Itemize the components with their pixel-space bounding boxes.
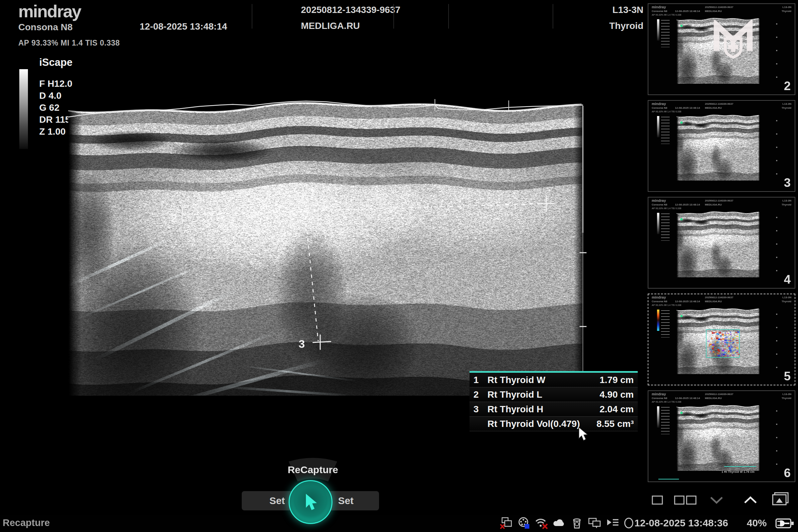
imaging-parameters: F H12.0D 4.0G 62DR 115Z 1.00 [39,78,73,138]
header-divider [393,4,394,28]
thumb-facility-text: MEDLIGA.RU [705,107,722,109]
thumb-probe-text: L13-3N [782,102,791,106]
measurement-value: 1.79 cm [581,375,638,385]
circle-marker-icon [623,517,636,530]
measurement-name: Rt Thyroid W [488,375,581,385]
active-function-label: Recapture [3,517,50,528]
clip-thumbnail-rail: mindray Consona N8 12-08-2025 13:48:14 2… [648,3,795,487]
battery-ac-icon [775,516,795,531]
probe-name: L13-3N [565,5,643,15]
ultrasound-image[interactable] [68,99,584,396]
machine-model: Consona N8 [18,22,73,33]
thumb-depth-tick [776,23,777,25]
imaging-parameter: D 4.0 [39,90,73,102]
thumb-acoustic-text: AP 93.33% MI 1.4 TIS 0.338 [652,110,681,113]
task-queue-icon [606,517,621,530]
grayscale-map-bar [19,69,28,149]
thumb-graymap-bar [657,309,659,331]
thumb-model-text: Consona N8 [652,397,667,400]
thumb-depth-tick [776,133,777,135]
thumb-model-text: Consona N8 [652,203,667,206]
thumb-depth-tick [776,257,777,258]
thumb-brand-text: mindray [652,198,666,203]
scroll-down-button[interactable] [709,496,723,505]
thumb-facility-text: MEDLIGA.RU [705,397,722,400]
thumb-number: 4 [784,273,791,287]
thumb-preset-text: Thyroid [782,107,791,109]
thumb-ultrasound-image [676,114,759,180]
thumb-acoustic-text: AP 93.33% MI 1.4 TIS 0.338 [652,207,681,209]
thumb-datetime-text: 12-08-2025 13:48:14 [675,300,700,303]
measurement-name: Rt Thyroid Vol(0.479) [488,419,581,429]
thumb-depth-tick [776,340,777,341]
thumb-brand-text: mindray [652,295,666,299]
thumb-focus-dot [680,315,683,317]
single-layout-button[interactable] [651,495,664,506]
statusbar-datetime: 12-08-2025 13:48:36 [634,517,728,529]
measurement-row: 1Rt Thyroid W1.79 cm [470,373,638,387]
acoustic-output-info: AP 93.33% MI 1.4 TIS 0.338 [18,39,120,48]
thumbnail-browser-button[interactable] [771,491,791,507]
thumb-acoustic-text: AP 93.33% MI 1.4 TIS 0.338 [652,14,681,16]
thumb-focus-dot [680,412,683,414]
imaging-parameter: F H12.0 [39,78,73,90]
clip-thumbnail[interactable]: mindray Consona N8 12-08-2025 13:48:14 2… [648,197,795,289]
thumb-facility-text: MEDLIGA.RU [705,203,722,206]
thumb-graymap-bar [657,116,659,137]
medliga-logo-watermark [711,20,755,63]
thumb-depth-tick [776,37,777,38]
header-divider [553,4,553,28]
ultrasound-screen: mindray Consona N8 12-08-2025 13:48:14 2… [0,0,798,532]
thumb-graymap-bar [657,213,659,234]
dual-display-icon [588,517,603,530]
thumb-depth-tick [776,160,777,161]
scroll-up-button[interactable] [743,495,757,504]
thumb-probe-text: L13-3N [782,6,791,8]
thumb-depth-tick [776,424,777,425]
thumb-ultrasound-image [676,211,759,277]
thumb-brand-text: mindray [652,5,666,9]
thumb-examid-text: 20250812-134339-9637 [705,296,733,299]
thumb-probe-text: L13-3N [782,199,791,202]
thumb-examid-text: 20250812-134339-9637 [705,6,733,8]
thumb-number: 2 [784,79,791,93]
acquisition-datetime: 12-08-2025 13:48:14 [140,21,227,32]
measurement-rows: 1Rt Thyroid W1.79 cm2Rt Thyroid L4.90 cm… [470,373,638,431]
dual-layout-button[interactable] [673,495,698,506]
thumb-acoustic-text: AP 93.33% MI 1.4 TIS 0.338 [652,401,681,403]
thumb-datetime-text: 12-08-2025 13:48:14 [675,10,700,13]
thumb-parameter-text [661,407,670,434]
thumb-depth-tick [776,314,777,315]
trash-icon [571,517,584,530]
thumb-depth-tick [776,450,777,452]
thumb-examid-text: 20250812-134339-9637 [705,199,733,202]
mouse-cursor [577,426,589,442]
recapture-button[interactable]: ReCapture [284,464,341,475]
measurement-value: 4.90 cm [581,390,638,400]
clip-thumbnail[interactable]: mindray Consona N8 12-08-2025 13:48:14 2… [648,391,795,482]
exam-preset: Thyroid [565,21,643,31]
clip-thumbnail[interactable]: mindray Consona N8 12-08-2025 13:48:14 2… [648,3,795,95]
thumb-number: 6 [784,466,791,480]
thumb-facility-text: MEDLIGA.RU [705,10,722,13]
clip-thumbnail[interactable]: mindray Consona N8 12-08-2025 13:48:14 2… [648,100,795,192]
thumb-examid-text: 20250812-134339-9637 [705,393,733,396]
thumb-model-text: Consona N8 [652,107,667,109]
facility-name: MEDLIGA.RU [301,21,360,31]
header-divider [448,4,449,28]
thumb-depth-tick [776,367,777,368]
trackball-pointer-button[interactable] [289,480,332,524]
thumb-datetime-text: 12-08-2025 13:48:14 [675,203,700,206]
thumb-depth-tick [776,50,777,51]
thumb-depth-tick [776,230,777,231]
brand-logo: mindray [18,1,81,21]
imaging-mode-label: iScape [39,57,73,69]
thumb-footer-line [658,479,679,479]
clip-thumbnail[interactable]: mindray Consona N8 12-08-2025 13:48:14 2… [648,293,795,385]
thumb-datetime-text: 12-08-2025 13:48:14 [675,397,700,400]
header-divider [252,4,252,28]
thumb-ultrasound-image [676,307,759,374]
thumb-probe-text: L13-3N [782,393,791,396]
thumb-acoustic-text: AP 93.33% MI 1.4 TIS 0.338 [652,304,681,306]
thumb-preset-text: Thyroid [782,10,791,13]
